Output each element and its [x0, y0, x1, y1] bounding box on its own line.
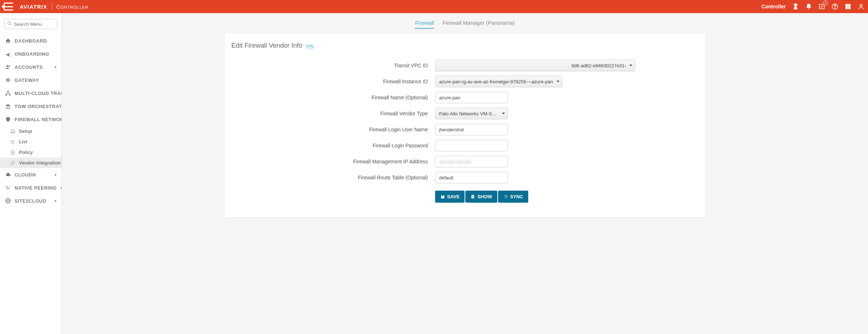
- sidebar-item-label: TGW ORCHESTRATOR: [15, 104, 61, 109]
- bell-icon[interactable]: [805, 3, 812, 10]
- home-icon: [5, 38, 11, 44]
- plane-icon: [5, 51, 11, 57]
- sidebar-item-dashboard[interactable]: DASHBOARD: [0, 34, 61, 47]
- tasks-check-icon[interactable]: 2: [819, 3, 825, 10]
- save-button[interactable]: SAVE: [435, 191, 465, 203]
- controller-label[interactable]: Controller: [761, 4, 786, 9]
- input-route-table[interactable]: [435, 172, 508, 183]
- top-header: AVIATRIX Controller Controller 2: [0, 0, 868, 13]
- search-icon: [7, 21, 12, 27]
- task-badge: 2: [823, 0, 828, 5]
- button-label: SHOW: [477, 194, 492, 199]
- save-icon: [440, 194, 445, 199]
- sidebar-item-cloudn[interactable]: CLOUDN ▾: [0, 168, 61, 181]
- sidebar-item-tgw[interactable]: TGW ORCHESTRATOR: [0, 100, 61, 113]
- sidebar-item-label: ACCOUNTS: [15, 64, 43, 70]
- label-transit-vpc: Transit VPC ID: [231, 63, 435, 68]
- menu-toggle-icon[interactable]: [4, 3, 13, 11]
- label-vendor-type: Firewall Vendor Type: [231, 111, 435, 116]
- label-route-table: Firewall Route Table (Optional): [231, 175, 435, 180]
- input-mgmt-ip[interactable]: [435, 156, 508, 167]
- main-content: Firewall Firewall Manager (Panorama) Edi…: [62, 13, 868, 334]
- svg-point-6: [8, 22, 11, 25]
- shield-icon: [5, 116, 11, 122]
- sidebar-subitem-policy[interactable]: Policy: [0, 147, 61, 158]
- label-instance-id: Firewall Instance ID: [231, 79, 435, 84]
- label-firewall-name: Firewall Name (Optional): [231, 95, 435, 100]
- sidebar-subitem-label: Policy: [19, 150, 33, 155]
- tab-bar: Firewall Firewall Manager (Panorama): [69, 13, 861, 34]
- apps-grid-icon[interactable]: [845, 3, 851, 10]
- link-icon: [10, 160, 15, 166]
- svg-rect-1: [845, 4, 848, 6]
- product-text: Controller: [56, 4, 88, 10]
- document-icon: [10, 150, 15, 155]
- globe-icon: [5, 198, 11, 204]
- svg-point-18: [11, 142, 11, 142]
- sidebar-item-onboarding[interactable]: ONBOARDING: [0, 47, 61, 60]
- sidebar-subitem-label: Vendor Integration: [19, 160, 61, 166]
- sidebar-item-firewall[interactable]: FIREWALL NETWORK: [0, 113, 61, 126]
- info-link[interactable]: Info: [306, 43, 314, 49]
- input-username[interactable]: [435, 124, 508, 135]
- svg-point-5: [860, 4, 862, 7]
- brand: AVIATRIX Controller: [17, 3, 88, 10]
- chevron-down-icon: ▾: [55, 199, 57, 203]
- search-input-field[interactable]: [14, 21, 54, 27]
- show-button[interactable]: SHOW: [465, 191, 497, 203]
- sidebar-item-label: FIREWALL NETWORK: [15, 117, 61, 122]
- institution-icon: [5, 103, 11, 109]
- sidebar-item-peering[interactable]: NATIVE PEERING ▾: [0, 181, 61, 194]
- svg-line-7: [10, 24, 11, 25]
- help-icon[interactable]: [832, 3, 838, 10]
- sitemap-icon: [5, 90, 11, 96]
- shuffle-icon: [5, 185, 11, 191]
- sidebar-item-multicloud[interactable]: MULTI-CLOUD TRANSIT: [0, 87, 61, 100]
- tab-firewall[interactable]: Firewall: [415, 20, 434, 29]
- sidebar-item-site2cloud[interactable]: SITE2CLOUD ▾: [0, 194, 61, 207]
- svg-rect-12: [9, 94, 11, 95]
- chevron-down-icon: ▾: [55, 65, 57, 69]
- sidebar-item-label: GATEWAY: [15, 77, 39, 83]
- select-vendor-type[interactable]: Palo Alto Networks VM-Series: [435, 108, 508, 119]
- input-password[interactable]: [435, 140, 508, 151]
- svg-rect-2: [848, 4, 851, 6]
- svg-point-8: [6, 65, 8, 67]
- users-icon: [5, 64, 11, 70]
- panel-edit-firewall-vendor: Edit Firewall Vendor Info Info Transit V…: [225, 34, 705, 217]
- search-menu-input[interactable]: [4, 19, 57, 29]
- svg-point-9: [8, 65, 10, 67]
- sidebar-subitem-vendor-integration[interactable]: Vendor Integration: [0, 158, 61, 168]
- svg-rect-3: [845, 7, 848, 9]
- sidebar-subitem-setup[interactable]: Setup: [0, 126, 61, 136]
- laptop-icon: [10, 129, 15, 134]
- input-firewall-name[interactable]: [435, 92, 508, 103]
- sync-button[interactable]: SYNC: [498, 191, 528, 203]
- chevron-down-icon: ▾: [55, 173, 57, 177]
- tab-panorama[interactable]: Firewall Manager (Panorama): [443, 20, 515, 29]
- sidebar: DASHBOARD ONBOARDING ACCOUNTS ▾ GATEWAY …: [0, 13, 62, 334]
- sync-icon: [503, 194, 508, 199]
- sidebar-subitem-label: Setup: [19, 128, 32, 134]
- svg-rect-11: [5, 94, 7, 95]
- label-username: Firewall Login User Name: [231, 127, 435, 132]
- select-firewall-instance[interactable]: azure-pan:rg-av-ave-az-fnvnetgw-978255~~…: [435, 76, 562, 87]
- sidebar-item-accounts[interactable]: ACCOUNTS ▾: [0, 60, 61, 73]
- chevron-down-icon: ▾: [60, 186, 61, 190]
- svg-point-19: [11, 143, 11, 143]
- label-password: Firewall Login Password: [231, 143, 435, 148]
- user-icon[interactable]: [858, 3, 864, 10]
- button-label: SAVE: [447, 194, 459, 199]
- select-transit-vpc[interactable]: ›9d6-ad62-e94630227e31: [435, 60, 635, 71]
- sidebar-item-label: SITE2CLOUD: [15, 198, 46, 204]
- hourglass-icon[interactable]: [792, 3, 799, 10]
- label-mgmt-ip: Firewall Management IP Address: [231, 159, 435, 164]
- sidebar-item-label: MULTI-CLOUD TRANSIT: [15, 91, 61, 96]
- sidebar-item-gateway[interactable]: GATEWAY: [0, 73, 61, 87]
- print-icon: [470, 194, 475, 199]
- brand-text: AVIATRIX: [20, 4, 47, 10]
- sidebar-item-label: ONBOARDING: [15, 51, 49, 57]
- gateway-icon: [5, 77, 11, 83]
- sidebar-subitem-list[interactable]: List: [0, 136, 61, 147]
- svg-rect-10: [7, 91, 9, 92]
